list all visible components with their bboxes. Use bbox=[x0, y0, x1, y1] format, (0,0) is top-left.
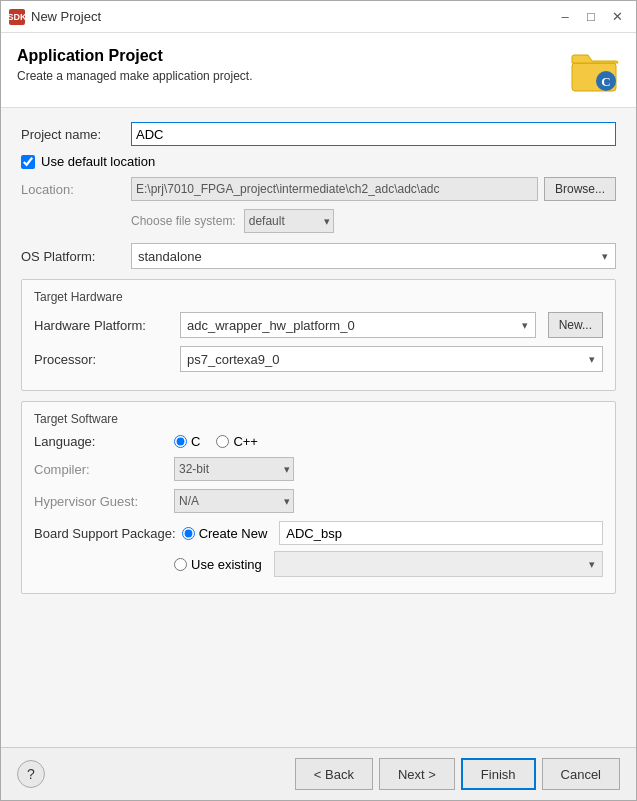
use-existing-radio[interactable] bbox=[174, 558, 187, 571]
language-row: Language: C C++ bbox=[34, 434, 603, 449]
use-existing-select bbox=[274, 551, 603, 577]
folder-icon: C bbox=[568, 47, 620, 95]
use-existing-select-wrapper bbox=[274, 551, 603, 577]
lang-cpp-label: C++ bbox=[233, 434, 258, 449]
footer-left: ? bbox=[17, 760, 45, 788]
project-name-row: Project name: bbox=[21, 122, 616, 146]
create-new-option[interactable]: Create New bbox=[182, 526, 268, 541]
use-existing-option[interactable]: Use existing bbox=[174, 557, 262, 572]
use-existing-row: Use existing bbox=[34, 551, 603, 577]
footer: ? < Back Next > Finish Cancel bbox=[1, 747, 636, 800]
filesystem-label: Choose file system: bbox=[131, 214, 236, 228]
window-title: New Project bbox=[31, 9, 101, 24]
lang-c-option[interactable]: C bbox=[174, 434, 200, 449]
title-bar-controls: – □ ✕ bbox=[554, 6, 628, 28]
footer-right: < Back Next > Finish Cancel bbox=[295, 758, 620, 790]
hardware-platform-select-wrapper: adc_wrapper_hw_platform_0 bbox=[180, 312, 536, 338]
processor-row: Processor: ps7_cortexa9_0 bbox=[34, 346, 603, 372]
close-button[interactable]: ✕ bbox=[606, 6, 628, 28]
compiler-label: Compiler: bbox=[34, 462, 174, 477]
back-button[interactable]: < Back bbox=[295, 758, 373, 790]
title-bar: SDK New Project – □ ✕ bbox=[1, 1, 636, 33]
use-default-location-row: Use default location bbox=[21, 154, 616, 169]
page-subtitle: Create a managed make application projec… bbox=[17, 69, 252, 83]
filesystem-select[interactable]: default bbox=[244, 209, 334, 233]
hypervisor-label: Hypervisor Guest: bbox=[34, 494, 174, 509]
svg-text:C: C bbox=[601, 74, 610, 89]
lang-cpp-option[interactable]: C++ bbox=[216, 434, 258, 449]
create-new-radio[interactable] bbox=[182, 527, 195, 540]
compiler-row: Compiler: 32-bit bbox=[34, 457, 603, 481]
processor-select[interactable]: ps7_cortexa9_0 bbox=[180, 346, 603, 372]
create-new-label: Create New bbox=[199, 526, 268, 541]
target-hardware-group: Target Hardware Hardware Platform: adc_w… bbox=[21, 279, 616, 391]
hypervisor-select[interactable]: N/A bbox=[174, 489, 294, 513]
hardware-platform-label: Hardware Platform: bbox=[34, 318, 174, 333]
minimize-button[interactable]: – bbox=[554, 6, 576, 28]
maximize-button[interactable]: □ bbox=[580, 6, 602, 28]
os-platform-row: OS Platform: standalone bbox=[21, 243, 616, 269]
filesystem-select-wrapper: default bbox=[244, 209, 334, 233]
bsp-label: Board Support Package: bbox=[34, 526, 176, 541]
use-default-location-checkbox[interactable] bbox=[21, 155, 35, 169]
os-platform-select-wrapper: standalone bbox=[131, 243, 616, 269]
new-hardware-button[interactable]: New... bbox=[548, 312, 603, 338]
target-hardware-title: Target Hardware bbox=[34, 290, 603, 304]
processor-label: Processor: bbox=[34, 352, 174, 367]
window: SDK New Project – □ ✕ Application Projec… bbox=[0, 0, 637, 801]
next-button[interactable]: Next > bbox=[379, 758, 455, 790]
location-input: E:\prj\7010_FPGA_project\intermediate\ch… bbox=[131, 177, 538, 201]
use-existing-label: Use existing bbox=[191, 557, 262, 572]
location-label: Location: bbox=[21, 182, 131, 197]
lang-c-radio[interactable] bbox=[174, 435, 187, 448]
language-label: Language: bbox=[34, 434, 174, 449]
processor-select-wrapper: ps7_cortexa9_0 bbox=[180, 346, 603, 372]
hardware-platform-row: Hardware Platform: adc_wrapper_hw_platfo… bbox=[34, 312, 603, 338]
compiler-select[interactable]: 32-bit bbox=[174, 457, 294, 481]
location-row: Location: E:\prj\7010_FPGA_project\inter… bbox=[21, 177, 616, 201]
help-button[interactable]: ? bbox=[17, 760, 45, 788]
header-section: Application Project Create a managed mak… bbox=[1, 33, 636, 108]
os-platform-select[interactable]: standalone bbox=[131, 243, 616, 269]
sdk-icon: SDK bbox=[9, 9, 25, 25]
bsp-name-input[interactable] bbox=[279, 521, 603, 545]
hardware-platform-select[interactable]: adc_wrapper_hw_platform_0 bbox=[180, 312, 536, 338]
hypervisor-row: Hypervisor Guest: N/A bbox=[34, 489, 603, 513]
page-title: Application Project bbox=[17, 47, 252, 65]
project-name-input[interactable] bbox=[131, 122, 616, 146]
header-text: Application Project Create a managed mak… bbox=[17, 47, 252, 83]
target-software-title: Target Software bbox=[34, 412, 603, 426]
lang-cpp-radio[interactable] bbox=[216, 435, 229, 448]
hypervisor-select-wrapper: N/A bbox=[174, 489, 294, 513]
content: Project name: Use default location Locat… bbox=[1, 108, 636, 747]
browse-button[interactable]: Browse... bbox=[544, 177, 616, 201]
filesystem-row: Choose file system: default bbox=[21, 209, 616, 233]
compiler-select-wrapper: 32-bit bbox=[174, 457, 294, 481]
bsp-create-new-row: Board Support Package: Create New bbox=[34, 521, 603, 545]
target-software-group: Target Software Language: C C++ Com bbox=[21, 401, 616, 594]
os-platform-label: OS Platform: bbox=[21, 249, 131, 264]
finish-button[interactable]: Finish bbox=[461, 758, 536, 790]
use-default-location-label: Use default location bbox=[41, 154, 155, 169]
language-radio-group: C C++ bbox=[174, 434, 258, 449]
project-name-label: Project name: bbox=[21, 127, 131, 142]
title-bar-left: SDK New Project bbox=[9, 9, 101, 25]
cancel-button[interactable]: Cancel bbox=[542, 758, 620, 790]
lang-c-label: C bbox=[191, 434, 200, 449]
